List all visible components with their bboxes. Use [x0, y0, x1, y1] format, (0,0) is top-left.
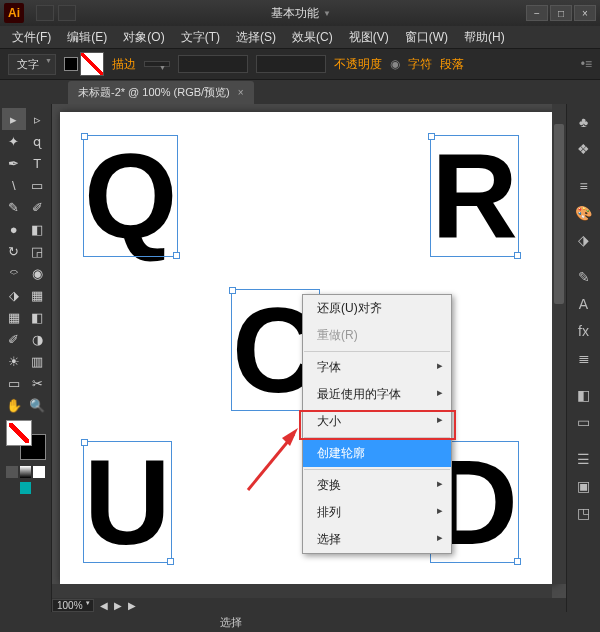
pen-tool[interactable]: ✒: [2, 152, 26, 174]
panel-appearance-icon[interactable]: fx: [572, 319, 596, 343]
ctx-font[interactable]: 字体: [303, 354, 451, 381]
blend-tool[interactable]: ◑: [26, 328, 50, 350]
menu-help[interactable]: 帮助(H): [456, 27, 513, 48]
rectangle-tool[interactable]: ▭: [26, 174, 50, 196]
panel-artboards-icon[interactable]: ▣: [572, 474, 596, 498]
panel-character-icon[interactable]: A: [572, 292, 596, 316]
ctx-select[interactable]: 选择: [303, 526, 451, 553]
panel-swatches-icon[interactable]: ≡: [572, 174, 596, 198]
draw-mode-normal[interactable]: [6, 482, 18, 494]
brush-def-field[interactable]: [178, 55, 248, 73]
panel-brushes-icon[interactable]: 🎨: [572, 201, 596, 225]
color-mode-none[interactable]: [33, 466, 45, 478]
panel-align-icon[interactable]: ◳: [572, 501, 596, 525]
selection-tool[interactable]: ▸: [2, 108, 26, 130]
scale-tool[interactable]: ◲: [26, 240, 50, 262]
panel-layers-icon[interactable]: ☰: [572, 447, 596, 471]
fill-stroke-swatches: [64, 52, 104, 76]
artboard-tool[interactable]: ▭: [2, 372, 26, 394]
hand-tool[interactable]: ✋: [2, 394, 26, 416]
text-object-r[interactable]: R: [431, 136, 518, 256]
panel-transparency-icon[interactable]: ◧: [572, 383, 596, 407]
paragraph-link[interactable]: 段落: [440, 56, 464, 73]
document-tabs: 未标题-2* @ 100% (RGB/预览) ×: [0, 80, 600, 104]
ctx-create-outlines[interactable]: 创建轮廓: [303, 440, 451, 467]
menu-type[interactable]: 文字(T): [173, 27, 228, 48]
recolor-icon[interactable]: ◉: [390, 57, 400, 71]
draw-mode-inside[interactable]: [33, 482, 45, 494]
close-button[interactable]: ×: [574, 5, 596, 21]
minimize-button[interactable]: −: [526, 5, 548, 21]
draw-mode-behind[interactable]: [20, 482, 32, 494]
ctx-arrange[interactable]: 排列: [303, 499, 451, 526]
width-tool[interactable]: ⌔: [2, 262, 26, 284]
graph-tool[interactable]: ▥: [26, 350, 50, 372]
arrange-docs-icon[interactable]: [58, 5, 76, 21]
ctx-undo[interactable]: 还原(U)对齐: [303, 295, 451, 322]
lasso-tool[interactable]: ɋ: [26, 130, 50, 152]
pencil-tool[interactable]: ✐: [26, 196, 50, 218]
panel-color-icon[interactable]: ♣: [572, 110, 596, 134]
artboard-nav-last[interactable]: ▶: [122, 600, 142, 611]
document-tab[interactable]: 未标题-2* @ 100% (RGB/预览) ×: [68, 81, 254, 104]
zoom-level-field[interactable]: 100%: [52, 599, 94, 612]
brush-tool[interactable]: ✎: [2, 196, 26, 218]
blob-brush-tool[interactable]: ●: [2, 218, 26, 240]
color-mode-solid[interactable]: [6, 466, 18, 478]
eyedropper-tool[interactable]: ✐: [2, 328, 26, 350]
control-menu-icon[interactable]: •≡: [581, 57, 592, 71]
menu-window[interactable]: 窗口(W): [397, 27, 456, 48]
magic-wand-tool[interactable]: ✦: [2, 130, 26, 152]
ctx-size[interactable]: 大小: [303, 408, 451, 435]
text-object-u[interactable]: U: [84, 442, 171, 562]
zoom-tool[interactable]: 🔍: [26, 394, 50, 416]
panel-gradient-icon[interactable]: ▭: [572, 410, 596, 434]
style-field[interactable]: [256, 55, 326, 73]
bridge-icon[interactable]: [36, 5, 54, 21]
text-object-q[interactable]: Q: [84, 136, 177, 256]
panel-colorguide-icon[interactable]: ❖: [572, 137, 596, 161]
shape-builder-tool[interactable]: ⬗: [2, 284, 26, 306]
menu-select[interactable]: 选择(S): [228, 27, 284, 48]
menu-effect[interactable]: 效果(C): [284, 27, 341, 48]
fill-color-box[interactable]: [6, 420, 32, 446]
vertical-scrollbar-thumb[interactable]: [554, 124, 564, 304]
menu-file[interactable]: 文件(F): [4, 27, 59, 48]
rotate-tool[interactable]: ↻: [2, 240, 26, 262]
stroke-weight-field[interactable]: [144, 61, 170, 67]
panel-dock: ♣ ❖ ≡ 🎨 ⬗ ✎ A fx ≣ ◧ ▭ ☰ ▣ ◳: [566, 104, 600, 612]
line-tool[interactable]: \: [2, 174, 26, 196]
perspective-tool[interactable]: ▦: [26, 284, 50, 306]
color-mode-gradient[interactable]: [20, 466, 32, 478]
workspace-switcher[interactable]: 基本功能: [76, 5, 526, 22]
ctx-transform[interactable]: 变换: [303, 472, 451, 499]
panel-symbols-icon[interactable]: ⬗: [572, 228, 596, 252]
panel-graphicstyles-icon[interactable]: ≣: [572, 346, 596, 370]
vertical-scrollbar[interactable]: [552, 104, 566, 584]
mesh-tool[interactable]: ▦: [2, 306, 26, 328]
artboard-nav-next[interactable]: ▶: [114, 600, 122, 611]
object-type-select[interactable]: 文字: [8, 54, 56, 75]
type-tool[interactable]: T: [26, 152, 50, 174]
stroke-swatch[interactable]: [80, 52, 104, 76]
warp-tool[interactable]: ◉: [26, 262, 50, 284]
artboard-nav-prev[interactable]: ◀: [94, 600, 114, 611]
horizontal-scrollbar[interactable]: [52, 584, 552, 598]
document-tab-title: 未标题-2* @ 100% (RGB/预览): [78, 85, 230, 100]
eraser-tool[interactable]: ◧: [26, 218, 50, 240]
slice-tool[interactable]: ✂: [26, 372, 50, 394]
ctx-redo: 重做(R): [303, 322, 451, 349]
fill-stroke-indicator[interactable]: [6, 420, 46, 460]
direct-selection-tool[interactable]: ▹: [26, 108, 50, 130]
gradient-tool[interactable]: ◧: [26, 306, 50, 328]
character-link[interactable]: 字符: [408, 56, 432, 73]
fill-swatch[interactable]: [64, 57, 78, 71]
ctx-recent-fonts[interactable]: 最近使用的字体: [303, 381, 451, 408]
close-tab-icon[interactable]: ×: [238, 87, 244, 98]
maximize-button[interactable]: □: [550, 5, 572, 21]
menu-view[interactable]: 视图(V): [341, 27, 397, 48]
menu-edit[interactable]: 编辑(E): [59, 27, 115, 48]
panel-stroke-icon[interactable]: ✎: [572, 265, 596, 289]
symbol-sprayer-tool[interactable]: ☀: [2, 350, 26, 372]
menu-object[interactable]: 对象(O): [115, 27, 172, 48]
